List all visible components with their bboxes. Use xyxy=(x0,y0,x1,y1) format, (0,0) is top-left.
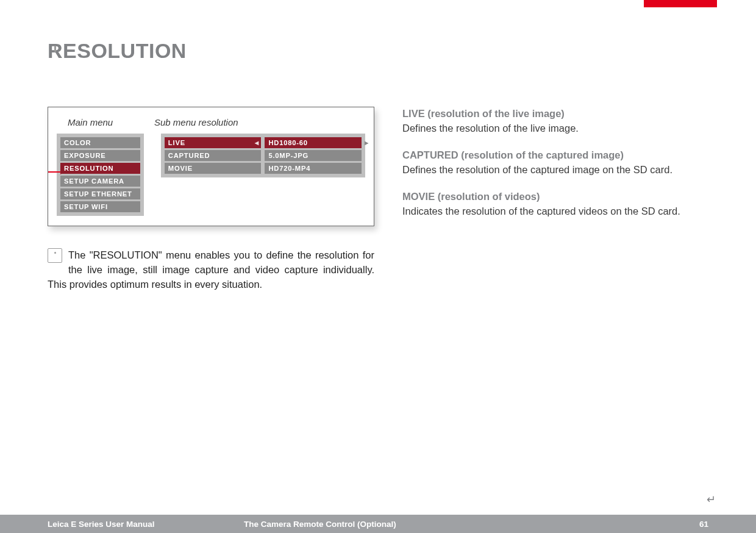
sub-item-movie: MOVIE xyxy=(165,163,262,174)
footer-manual-title: Leica E Series User Manual xyxy=(0,520,244,529)
enter-arrow-icon: ↵ xyxy=(707,493,716,506)
menu-item-resolution: RESOLUTION xyxy=(60,163,140,174)
menu-item-setup-camera: SETUP CAMERA xyxy=(60,176,140,187)
section-movie-head: MOVIE (resolution of videos) xyxy=(402,191,540,202)
menu-item-color: COLOR xyxy=(60,137,140,148)
sub-value-hd720: HD720-MP4 xyxy=(265,163,362,174)
header-red-tab xyxy=(644,0,717,7)
section-movie-body: Indicates the resolution of the captured… xyxy=(402,206,680,216)
section-captured-body: Defines the resolution of the captured i… xyxy=(402,164,672,175)
sub-item-live-label: LIVE xyxy=(168,139,185,146)
menu-item-setup-ethernet: SETUP ETHERNET xyxy=(60,188,140,199)
info-icon xyxy=(48,248,62,263)
sub-item-captured: CAPTURED xyxy=(165,150,262,161)
menu-item-exposure: EXPOSURE xyxy=(60,150,140,161)
sub-menu: LIVE◀ CAPTURED MOVIE HD1080-60▶ 5.0MP-JP… xyxy=(161,134,365,177)
descriptions: LIVE (resolution of the live image) Defi… xyxy=(402,107,708,292)
footer-page-number: 61 xyxy=(699,520,756,529)
page-footer: Leica E Series User Manual The Camera Re… xyxy=(0,515,756,533)
menu-item-setup-wifi: SETUP WIFI xyxy=(60,201,140,212)
footer-section-title: The Camera Remote Control (Optional) xyxy=(244,520,699,529)
main-menu-label: Main menu xyxy=(57,117,151,127)
section-live-head: LIVE (resolution of the live image) xyxy=(402,108,565,119)
menu-diagram: Main menu Sub menu resolution COLOR EXPO… xyxy=(48,107,374,226)
info-text: The "RESOLUTION" menu enables you to def… xyxy=(48,249,374,290)
sub-menu-label: Sub menu resolution xyxy=(151,117,238,127)
page-title: RESOLUTION xyxy=(48,39,708,63)
section-captured-head: CAPTURED (resolution of the captured ima… xyxy=(402,149,624,160)
main-menu: COLOR EXPOSURE RESOLUTION SETUP CAMERA S… xyxy=(57,134,144,216)
triangle-right-icon: ▶ xyxy=(365,140,369,146)
sub-value-5mp: 5.0MP-JPG xyxy=(265,150,362,161)
triangle-left-icon: ◀ xyxy=(255,140,259,146)
sub-value-hd1080-label: HD1080-60 xyxy=(268,139,307,146)
info-paragraph: The "RESOLUTION" menu enables you to def… xyxy=(48,248,374,292)
sub-value-hd1080: HD1080-60▶ xyxy=(265,137,362,148)
section-live-body: Defines the resolution of the live image… xyxy=(402,123,579,134)
sub-item-live: LIVE◀ xyxy=(165,137,262,148)
